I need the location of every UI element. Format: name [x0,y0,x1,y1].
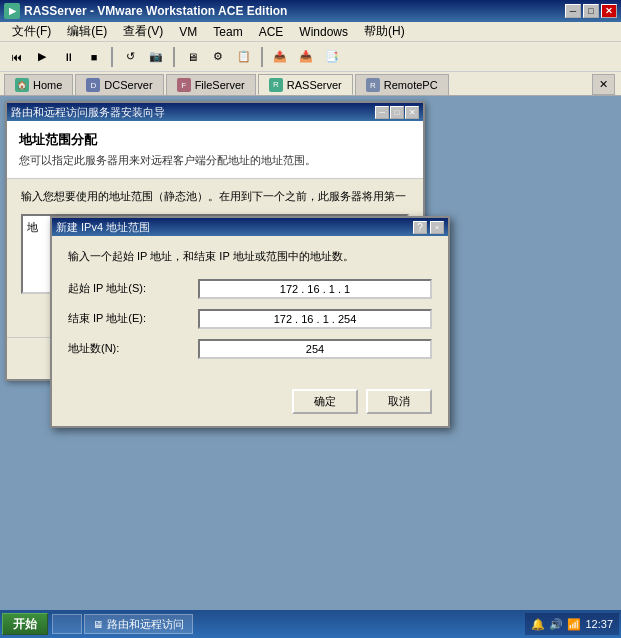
taskbar: 开始 🖥 路由和远程访问 🔔 🔊 📶 12:37 [0,610,621,638]
wizard-close-btn[interactable]: ✕ [405,106,419,119]
toolbar-btn-12[interactable]: 📑 [320,46,344,68]
ipv4-dialog: 新建 IPv4 地址范围 ? × 输入一个起始 IP 地址，和结束 IP 地址或… [50,216,450,428]
ipv4-title-bar: 新建 IPv4 地址范围 ? × [52,218,448,236]
addr-count-value[interactable] [206,343,424,355]
ipv4-description: 输入一个起始 IP 地址，和结束 IP 地址或范围中的地址数。 [68,248,432,265]
end-ip-value[interactable] [206,313,424,325]
ipv4-help-btn[interactable]: ? [413,221,427,234]
app-icon: ▶ [4,3,20,19]
tab-home-label: Home [33,79,62,91]
ipv4-close-btn[interactable]: × [430,221,444,234]
window-title: RASServer - VMware Workstation ACE Editi… [24,4,565,18]
menu-file[interactable]: 文件(F) [4,21,59,42]
ipv4-title-text: 新建 IPv4 地址范围 [56,220,413,235]
menu-ace[interactable]: ACE [251,23,292,41]
ipv4-footer: 确定 取消 [52,381,448,426]
taskbar-tray: 🔔 🔊 📶 12:37 [525,613,619,635]
tab-fileserver-label: FileServer [195,79,245,91]
wizard-title-buttons: ─ □ ✕ [375,106,419,119]
wizard-header: 地址范围分配 您可以指定此服务器用来对远程客户端分配地址的地址范围。 [7,121,423,179]
toolbar-btn-1[interactable]: ⏮ [4,46,28,68]
list-placeholder: 地 [27,221,38,233]
toolbar: ⏮ ▶ ⏸ ■ ↺ 📷 🖥 ⚙ 📋 📤 📥 📑 [0,42,621,72]
toolbar-separator-1 [111,47,113,67]
toolbar-btn-5[interactable]: ↺ [118,46,142,68]
title-bar: ▶ RASServer - VMware Workstation ACE Edi… [0,0,621,22]
tab-dcserver-icon: D [86,78,100,92]
menu-windows[interactable]: Windows [291,23,356,41]
menu-bar: 文件(F) 编辑(E) 查看(V) VM Team ACE Windows 帮助… [0,22,621,42]
end-ip-input[interactable] [198,309,432,329]
taskbar-ras-label: 路由和远程访问 [107,617,184,632]
start-ip-value[interactable] [206,283,424,295]
toolbar-btn-7[interactable]: 🖥 [180,46,204,68]
close-button[interactable]: ✕ [601,4,617,18]
tab-fileserver[interactable]: F FileServer [166,74,256,95]
tab-dcserver-label: DCServer [104,79,152,91]
toolbar-btn-10[interactable]: 📤 [268,46,292,68]
start-ip-input[interactable] [198,279,432,299]
start-ip-row: 起始 IP 地址(S): [68,279,432,299]
minimize-button[interactable]: ─ [565,4,581,18]
end-ip-row: 结束 IP 地址(E): [68,309,432,329]
menu-view[interactable]: 查看(V) [115,21,171,42]
tray-icon-2: 🔊 [549,618,563,631]
wizard-maximize-btn[interactable]: □ [390,106,404,119]
wizard-header-title: 地址范围分配 [19,131,411,149]
wizard-title-bar: 路由和远程访问服务器安装向导 ─ □ ✕ [7,103,423,121]
tab-remotepc-icon: R [366,78,380,92]
end-ip-label: 结束 IP 地址(E): [68,311,198,326]
addr-count-row: 地址数(N): [68,339,432,359]
toolbar-separator-2 [173,47,175,67]
menu-team[interactable]: Team [205,23,250,41]
ipv4-ok-button[interactable]: 确定 [292,389,358,414]
tab-rasserver-icon: R [269,78,283,92]
ipv4-body: 输入一个起始 IP 地址，和结束 IP 地址或范围中的地址数。 起始 IP 地址… [52,236,448,381]
ipv4-cancel-button[interactable]: 取消 [366,389,432,414]
tab-bar: 🏠 Home D DCServer F FileServer R RASServ… [0,72,621,96]
taskbar-ras-item[interactable]: 🖥 路由和远程访问 [84,614,193,634]
menu-edit[interactable]: 编辑(E) [59,21,115,42]
taskbar-icon-area [52,614,82,634]
tray-icon-3: 📶 [567,618,581,631]
tab-remotepc[interactable]: R RemotePC [355,74,449,95]
tab-dcserver[interactable]: D DCServer [75,74,163,95]
main-window: ▶ RASServer - VMware Workstation ACE Edi… [0,0,621,638]
wizard-prompt: 输入您想要使用的地址范围（静态池）。在用到下一个之前，此服务器将用第一 [21,189,409,204]
maximize-button[interactable]: □ [583,4,599,18]
toolbar-separator-3 [261,47,263,67]
wizard-title-text: 路由和远程访问服务器安装向导 [11,105,375,120]
tab-home[interactable]: 🏠 Home [4,74,73,95]
toolbar-btn-9[interactable]: 📋 [232,46,256,68]
menu-help[interactable]: 帮助(H) [356,21,413,42]
title-bar-buttons: ─ □ ✕ [565,4,617,18]
start-button[interactable]: 开始 [2,613,48,635]
addr-count-input[interactable] [198,339,432,359]
start-ip-label: 起始 IP 地址(S): [68,281,198,296]
tab-rasserver[interactable]: R RASServer [258,74,353,95]
toolbar-btn-6[interactable]: 📷 [144,46,168,68]
tab-fileserver-icon: F [177,78,191,92]
tab-home-icon: 🏠 [15,78,29,92]
wizard-header-desc: 您可以指定此服务器用来对远程客户端分配地址的地址范围。 [19,153,411,168]
ipv4-title-buttons: ? × [413,221,444,234]
tray-time: 12:37 [585,618,613,630]
tab-remotepc-label: RemotePC [384,79,438,91]
tray-icon-1: 🔔 [531,618,545,631]
toolbar-btn-3[interactable]: ⏸ [56,46,80,68]
toolbar-btn-8[interactable]: ⚙ [206,46,230,68]
taskbar-ras-icon: 🖥 [93,619,103,630]
toolbar-btn-4[interactable]: ■ [82,46,106,68]
addr-count-label: 地址数(N): [68,341,198,356]
tab-rasserver-label: RASServer [287,79,342,91]
menu-vm[interactable]: VM [171,23,205,41]
toolbar-btn-11[interactable]: 📥 [294,46,318,68]
wizard-minimize-btn[interactable]: ─ [375,106,389,119]
main-area: 路由和远程访问服务器安装向导 ─ □ ✕ 地址范围分配 您可以指定此服务器用来对… [0,96,621,610]
tab-close-btn[interactable]: ✕ [592,74,615,95]
toolbar-btn-2[interactable]: ▶ [30,46,54,68]
